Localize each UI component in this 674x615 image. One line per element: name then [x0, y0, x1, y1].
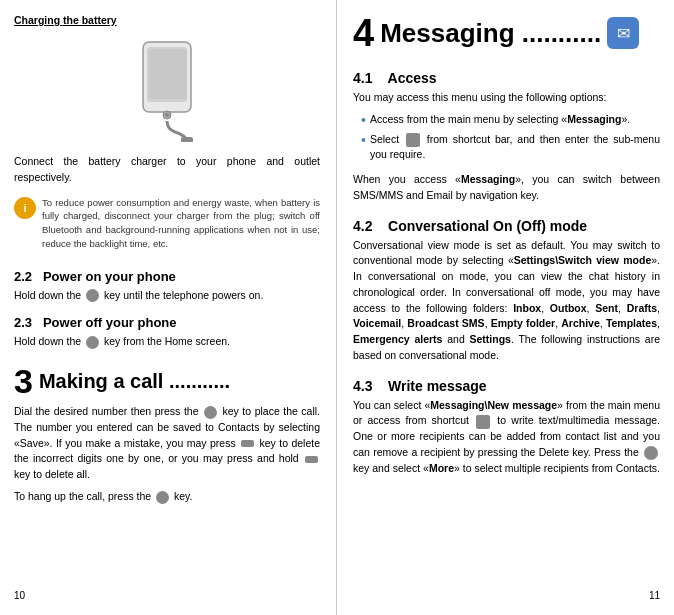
- charging-title: Charging the battery: [14, 14, 320, 26]
- info-text: To reduce power consumption and energy w…: [42, 196, 320, 251]
- section-2-2-title: Power on your phone: [43, 269, 176, 284]
- conv-bold2: Inbox: [513, 302, 541, 314]
- conv-bold9: Archive: [561, 317, 600, 329]
- section-2-3-heading: 2.3 Power off your phone: [14, 315, 320, 330]
- shortcut-icon-2: [476, 415, 490, 429]
- call-key-icon: [204, 406, 217, 419]
- section-4-2-heading: 4.2 Conversational On (Off) mode: [353, 218, 660, 234]
- info-box: i To reduce power consumption and energy…: [14, 196, 320, 251]
- section-4-1-num: 4.1: [353, 70, 372, 86]
- chapter-header: 4 Messaging ........... ✉: [353, 14, 660, 52]
- making-call-header: 3 Making a call ...........: [14, 364, 320, 398]
- power-button-icon: [86, 289, 99, 302]
- making-call-title: Making a call ...........: [39, 370, 230, 393]
- delete-key-icon: [241, 440, 254, 447]
- section-4-3-title: Write message: [388, 378, 487, 394]
- section-4-2-num: 4.2: [353, 218, 372, 234]
- conv-bold8: Empty folder: [491, 317, 555, 329]
- access-text: You may access this menu using the follo…: [353, 90, 660, 106]
- section-2-3-title: Power off your phone: [43, 315, 177, 330]
- svg-point-4: [165, 113, 169, 117]
- bullet-item-2: • Select from shortcut bar, and then ent…: [361, 132, 660, 164]
- section-2-2-heading: 2.2 Power on your phone: [14, 269, 320, 284]
- conv-text: Conversational view mode is set as defau…: [353, 238, 660, 364]
- section-4-1-heading: 4.1 Access: [353, 70, 660, 86]
- making-call-body: Dial the desired number then press the k…: [14, 404, 320, 483]
- write-bold2: More: [429, 462, 454, 474]
- conv-bold4: Sent: [595, 302, 618, 314]
- making-call-num: 3: [14, 364, 33, 398]
- when-text: When you access «Messaging», you can swi…: [353, 172, 660, 204]
- write-bold1: Messaging\New message: [430, 399, 557, 411]
- bullet-1-text: Access from the main menu by selecting «…: [370, 112, 630, 128]
- bullet-dot-1: •: [361, 112, 366, 129]
- power-off-button-icon: [86, 336, 99, 349]
- right-page-number: 11: [353, 582, 660, 601]
- messaging-icon: ✉: [607, 17, 639, 49]
- conv-bold11: Emergency alerts: [353, 333, 442, 345]
- bullet-item-1: • Access from the main menu by selecting…: [361, 112, 660, 129]
- svg-rect-2: [149, 49, 187, 99]
- power-off-text: Hold down the key from the Home screen.: [14, 334, 320, 350]
- hang-up-text: To hang up the call, press the key.: [14, 489, 320, 505]
- more-key-icon: [644, 446, 658, 460]
- conv-bold5: Drafts: [627, 302, 657, 314]
- connect-text: Connect the battery charger to your phon…: [14, 154, 320, 186]
- battery-image: [14, 34, 320, 144]
- section-4-1-title: Access: [388, 70, 437, 86]
- section-2-2-num: 2.2: [14, 269, 32, 284]
- conv-bold10: Templates: [606, 317, 657, 329]
- conv-bold1: Settings\Switch view mode: [514, 254, 652, 266]
- bullet-list: • Access from the main menu by selecting…: [361, 112, 660, 166]
- power-on-text: Hold down the key until the telephone po…: [14, 288, 320, 304]
- when-bold: Messaging: [461, 173, 515, 185]
- svg-rect-5: [181, 137, 193, 142]
- conv-bold7: Broadcast SMS: [407, 317, 484, 329]
- left-page: Charging the battery Connect the battery…: [0, 0, 337, 615]
- battery-charger-svg: [125, 37, 210, 142]
- info-icon: i: [14, 197, 36, 219]
- section-4-3-num: 4.3: [353, 378, 372, 394]
- bullet-dot-2: •: [361, 132, 366, 149]
- chapter-num: 4: [353, 14, 374, 52]
- conv-bold3: Outbox: [550, 302, 587, 314]
- section-4-3-heading: 4.3 Write message: [353, 378, 660, 394]
- right-page: 4 Messaging ........... ✉ 4.1 Access You…: [337, 0, 674, 615]
- delete-all-key-icon: [305, 456, 318, 463]
- bullet-1-bold: Messaging: [567, 113, 621, 125]
- write-text: You can select «Messaging\New message» f…: [353, 398, 660, 477]
- section-2-3-num: 2.3: [14, 315, 32, 330]
- bullet-2-text: Select from shortcut bar, and then enter…: [370, 132, 660, 164]
- hang-up-key-icon: [156, 491, 169, 504]
- left-page-number: 10: [14, 582, 320, 601]
- shortcut-bar-icon: [406, 133, 420, 147]
- conv-bold12: Settings: [470, 333, 511, 345]
- chapter-title: Messaging ...........: [380, 18, 601, 49]
- section-4-2-title: Conversational On (Off) mode: [388, 218, 587, 234]
- conv-bold6: Voicemail: [353, 317, 401, 329]
